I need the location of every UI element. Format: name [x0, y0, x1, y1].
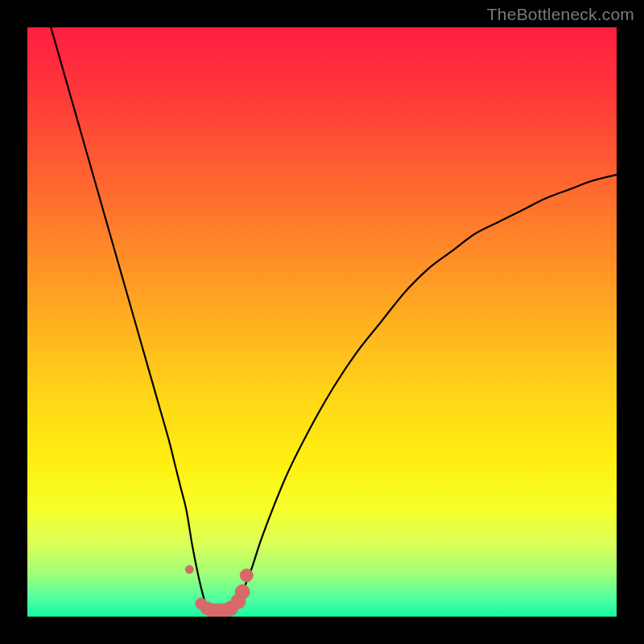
highlight-markers	[185, 565, 253, 617]
highlight-marker	[235, 584, 250, 599]
highlight-marker	[240, 569, 253, 582]
curve-svg	[27, 27, 617, 617]
plot-area	[27, 27, 617, 617]
watermark-text: TheBottleneck.com	[487, 5, 634, 24]
bottleneck-curve	[51, 27, 617, 617]
highlight-marker	[185, 565, 193, 573]
chart-frame: TheBottleneck.com	[0, 0, 644, 644]
